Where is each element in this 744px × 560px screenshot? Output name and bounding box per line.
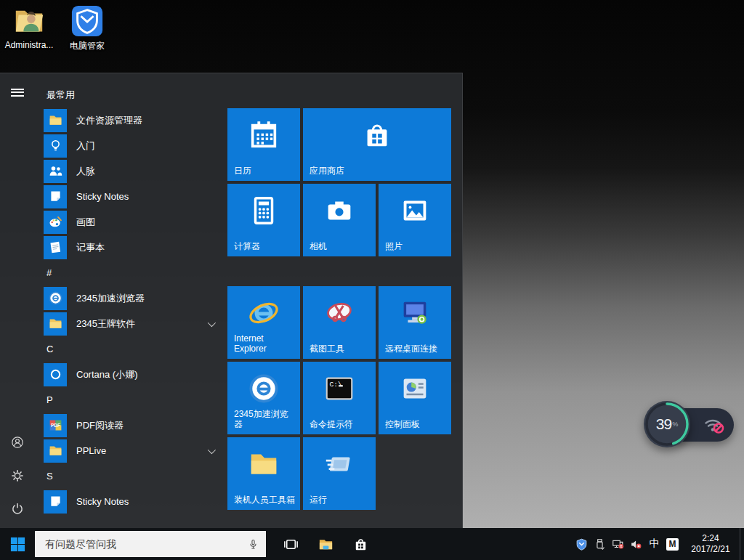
folder-icon (227, 447, 300, 481)
run-icon (303, 447, 376, 481)
taskbar: 中 M 2:24 2017/2/21 (0, 528, 744, 560)
usb-eject-tray-button[interactable] (591, 528, 609, 560)
desktop-icon-administrator[interactable]: Administra... (4, 4, 54, 52)
tile-store[interactable]: 应用商店 (303, 108, 451, 181)
store-bag-icon (303, 118, 451, 152)
tile-grid: 日历 应用商店 计算器 相机 照片 Internet Explorer (0, 73, 462, 528)
network-disconnected-icon (611, 537, 625, 551)
microphone-icon (247, 538, 259, 551)
file-explorer-folder-icon (318, 536, 334, 553)
file-explorer-button[interactable] (308, 528, 343, 560)
ime-mode-indicator: M (666, 538, 679, 551)
progress-ring (644, 401, 690, 447)
tile-command-prompt[interactable]: 命令提示符 (303, 362, 376, 434)
tile-control-panel[interactable]: 控制面板 (379, 362, 451, 434)
tile-toolbox[interactable]: 装机人员工具箱 (227, 437, 300, 510)
store-bag-icon (352, 536, 369, 553)
windows-logo-icon (9, 536, 26, 553)
calculator-icon (227, 194, 300, 227)
calendar-icon (227, 118, 300, 152)
clock-date: 2017/2/21 (691, 544, 729, 555)
camera-icon (303, 194, 376, 227)
network-status-tray-button[interactable] (609, 528, 627, 560)
pc-manager-tray-button[interactable] (573, 528, 591, 560)
internet-explorer-icon (227, 296, 300, 330)
start-menu: 最常用 文件资源管理器 入门 人脉 Sticky Notes 画图 (0, 73, 463, 528)
start-button[interactable] (0, 528, 35, 560)
volume-tray-button[interactable] (627, 528, 645, 560)
usb-icon (593, 537, 607, 551)
tile-remote-desktop[interactable]: 远程桌面连接 (379, 286, 451, 359)
system-tray: 中 M 2:24 2017/2/21 (573, 528, 744, 560)
ime-language-indicator: 中 (650, 537, 660, 551)
tile-calculator[interactable]: 计算器 (227, 184, 300, 256)
tile-calendar[interactable]: 日历 (227, 108, 300, 181)
memory-percent-ball[interactable]: 39 % (644, 401, 690, 447)
clock-button[interactable]: 2:24 2017/2/21 (682, 528, 740, 560)
show-desktop-button[interactable] (740, 528, 744, 560)
shield-icon (575, 537, 589, 551)
cortana-search-box[interactable] (35, 531, 266, 557)
tile-camera[interactable]: 相机 (303, 184, 376, 256)
task-view-button[interactable] (273, 528, 308, 560)
photos-icon (379, 194, 451, 227)
tile-internet-explorer[interactable]: Internet Explorer (227, 286, 300, 359)
command-prompt-icon (303, 372, 376, 405)
taskbar-buttons (273, 528, 378, 560)
accelerator-ball-widget: 39 % (644, 401, 734, 449)
user-folder-icon (12, 4, 46, 38)
desktop-icon-label: Administra... (5, 40, 54, 50)
tile-run[interactable]: 运行 (303, 437, 376, 510)
volume-muted-icon (629, 537, 643, 551)
store-button[interactable] (343, 528, 378, 560)
search-input[interactable] (35, 531, 240, 557)
clock-time: 2:24 (702, 533, 719, 544)
tile-2345-browser[interactable]: 2345加速浏览器 (227, 362, 300, 434)
snipping-tool-icon (303, 296, 376, 330)
task-view-icon (283, 536, 299, 553)
tile-snipping-tool[interactable]: 截图工具 (303, 286, 376, 359)
e-browser-icon (227, 372, 300, 405)
desktop-icon-pc-manager[interactable]: 电脑管家 (62, 4, 112, 52)
ime-mode-button[interactable]: M (663, 528, 682, 560)
microphone-button[interactable] (240, 531, 266, 557)
control-panel-icon (379, 372, 451, 405)
pc-manager-shield-icon (70, 4, 104, 38)
ime-language-button[interactable]: 中 (645, 528, 663, 560)
desktop-icon-area: Administra... 电脑管家 (4, 4, 112, 52)
wifi-blocked-icon (703, 415, 725, 435)
desktop: Administra... 电脑管家 最常用 (0, 0, 744, 560)
remote-desktop-icon (379, 296, 451, 330)
tile-photos[interactable]: 照片 (379, 184, 451, 256)
desktop-icon-label: 电脑管家 (70, 40, 105, 52)
